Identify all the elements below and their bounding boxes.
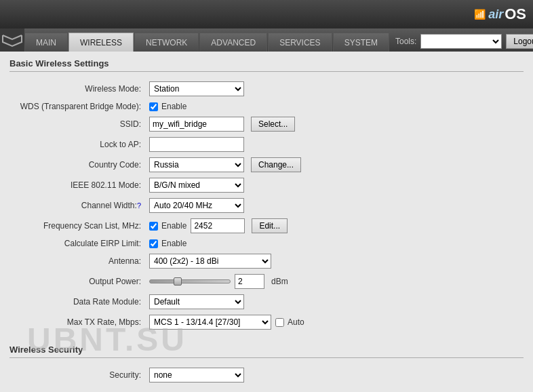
wireless-mode-select[interactable]: Station xyxy=(149,81,244,96)
ieee-mode-label: IEEE 802.11 Mode: xyxy=(9,175,145,195)
country-input-row: Russia Change... xyxy=(149,157,519,172)
tab-services[interactable]: SERVICES xyxy=(268,33,332,52)
max-tx-auto-text: Auto xyxy=(288,317,304,327)
tools-label: Tools: xyxy=(395,37,416,46)
output-power-content: dBm xyxy=(149,274,519,289)
freq-scan-row: Frequency Scan List, MHz: Enable Edit... xyxy=(9,216,524,236)
output-power-row: Output Power: dBm xyxy=(9,271,524,292)
tab-main[interactable]: MAIN xyxy=(24,33,68,52)
calc-eirp-label: Calculate EIRP Limit: xyxy=(9,236,145,251)
freq-scan-enable-text: Enable xyxy=(161,221,186,231)
output-power-slider[interactable] xyxy=(149,279,231,283)
antenna-row: Antenna: 400 (2x2) - 18 dBi xyxy=(9,251,524,271)
wireless-security-form: Security: none xyxy=(9,365,524,385)
calc-eirp-row: Calculate EIRP Limit: Enable xyxy=(9,236,524,251)
wireless-mode-label: Wireless Mode: xyxy=(9,79,145,99)
ssid-label: SSID: xyxy=(9,114,145,134)
wds-row: WDS (Transparent Bridge Mode): Enable xyxy=(9,99,524,114)
max-tx-content: MCS 1 - 13/14.4 [27/30] Auto xyxy=(149,315,519,330)
max-tx-row: Max TX Rate, Mbps: MCS 1 - 13/14.4 [27/3… xyxy=(9,312,524,332)
ssid-input[interactable] xyxy=(149,117,244,132)
output-power-unit: dBm xyxy=(271,277,288,286)
antenna-label: Antenna: xyxy=(9,251,145,271)
output-power-input[interactable] xyxy=(235,274,264,289)
navbar: MAIN WIRELESS NETWORK ADVANCED SERVICES … xyxy=(0,28,533,52)
freq-scan-checkbox[interactable] xyxy=(149,222,158,231)
max-tx-auto-checkbox[interactable] xyxy=(275,318,284,327)
lock-ap-label: Lock to AP: xyxy=(9,134,145,155)
header: 📶 air OS xyxy=(0,0,533,28)
calc-eirp-checkbox[interactable] xyxy=(149,239,158,248)
logo-air: air xyxy=(488,7,503,22)
ssid-input-row: Select... xyxy=(149,117,519,132)
country-change-button[interactable]: Change... xyxy=(251,157,301,172)
logout-button[interactable]: Logout xyxy=(506,34,533,49)
wireless-security-title: Wireless Security xyxy=(9,345,524,358)
country-code-label: Country Code: xyxy=(9,155,145,175)
ssid-row: SSID: Select... xyxy=(9,114,524,134)
data-rate-select[interactable]: Default xyxy=(149,294,244,309)
wds-enable-text: Enable xyxy=(161,102,186,111)
nav-logo-area xyxy=(0,28,24,52)
tab-network[interactable]: NETWORK xyxy=(134,33,199,52)
channel-width-help[interactable]: ? xyxy=(137,201,141,210)
tab-wireless[interactable]: WIRELESS xyxy=(68,33,134,52)
output-power-label: Output Power: xyxy=(9,271,145,292)
freq-scan-label: Frequency Scan List, MHz: xyxy=(9,216,145,236)
ieee-mode-select[interactable]: B/G/N mixed xyxy=(149,178,244,193)
basic-wireless-form: Wireless Mode: Station WDS (Transparent … xyxy=(9,79,524,332)
wifi-icon: 📶 xyxy=(474,9,486,20)
ssid-select-button[interactable]: Select... xyxy=(251,117,295,132)
wds-checkbox[interactable] xyxy=(149,102,158,111)
channel-width-select[interactable]: Auto 20/40 MHz xyxy=(149,198,244,213)
channel-width-label: Channel Width: xyxy=(81,201,137,210)
country-code-row: Country Code: Russia Change... xyxy=(9,155,524,175)
main-content: Basic Wireless Settings Wireless Mode: S… xyxy=(0,52,533,392)
logo-os: OS xyxy=(505,5,526,23)
tab-system[interactable]: SYSTEM xyxy=(333,33,389,52)
wds-checkbox-label[interactable]: Enable xyxy=(149,102,519,111)
tools-select[interactable] xyxy=(420,34,502,49)
max-tx-select[interactable]: MCS 1 - 13/14.4 [27/30] xyxy=(149,315,271,330)
channel-width-row: Channel Width:? Auto 20/40 MHz xyxy=(9,195,524,216)
data-rate-row: Data Rate Module: Default xyxy=(9,292,524,312)
data-rate-label: Data Rate Module: xyxy=(9,292,145,312)
max-tx-auto-label[interactable]: Auto xyxy=(275,317,304,327)
lock-ap-row: Lock to AP: xyxy=(9,134,524,155)
freq-scan-checkbox-label[interactable]: Enable xyxy=(149,221,186,231)
security-label: Security: xyxy=(9,365,145,385)
freq-scan-edit-button[interactable]: Edit... xyxy=(252,218,288,233)
basic-wireless-title: Basic Wireless Settings xyxy=(9,58,524,72)
tab-advanced[interactable]: ADVANCED xyxy=(199,33,267,52)
calc-eirp-checkbox-label[interactable]: Enable xyxy=(149,239,519,248)
tools-area: Tools: Logout xyxy=(390,34,533,52)
max-tx-label: Max TX Rate, Mbps: xyxy=(9,312,145,332)
ubnt-logo-icon xyxy=(0,33,24,47)
freq-scan-input[interactable] xyxy=(191,218,245,233)
freq-scan-row-content: Enable Edit... xyxy=(149,218,519,233)
lock-ap-input[interactable] xyxy=(149,137,244,152)
security-row: Security: none xyxy=(9,365,524,385)
wireless-mode-row: Wireless Mode: Station xyxy=(9,79,524,99)
ieee-mode-row: IEEE 802.11 Mode: B/G/N mixed xyxy=(9,175,524,195)
logo: 📶 air OS xyxy=(474,5,526,23)
security-select[interactable]: none xyxy=(149,368,244,383)
calc-eirp-enable-text: Enable xyxy=(161,239,186,248)
country-code-select[interactable]: Russia xyxy=(149,157,244,172)
wds-label: WDS (Transparent Bridge Mode): xyxy=(9,99,145,114)
antenna-select[interactable]: 400 (2x2) - 18 dBi xyxy=(149,254,271,269)
